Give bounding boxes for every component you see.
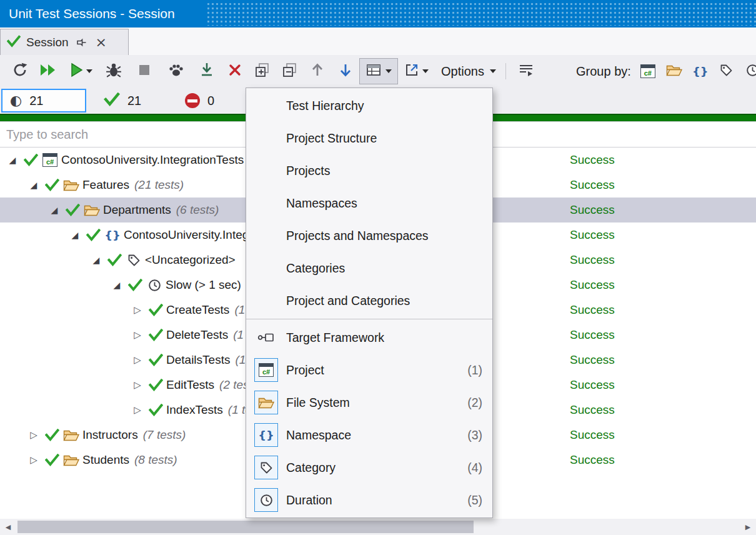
- node-label: EditTests: [166, 378, 214, 392]
- expander-collapsed-icon[interactable]: ▷: [25, 454, 42, 466]
- groupby-duration-button[interactable]: [741, 59, 756, 83]
- expander-collapsed-icon[interactable]: ▷: [25, 429, 42, 441]
- next-test-button[interactable]: [331, 59, 360, 84]
- category-tag-icon: [124, 254, 144, 267]
- node-count: (21 tests): [134, 178, 184, 192]
- menu-item-duration[interactable]: Duration (5): [246, 484, 492, 516]
- menu-item-projects-and-namespaces[interactable]: Projects and Namespaces: [246, 219, 492, 252]
- expander-collapsed-icon[interactable]: ▷: [129, 379, 146, 391]
- collapse-all-button[interactable]: [276, 59, 304, 84]
- menu-item-projects[interactable]: Projects: [246, 154, 492, 187]
- pin-icon[interactable]: [77, 38, 86, 48]
- expander-expanded-icon[interactable]: ◢: [87, 255, 105, 265]
- group-by-menu: Test Hierarchy Project Structure Project…: [246, 88, 493, 518]
- category-tag-icon: [720, 64, 733, 79]
- show-output-button[interactable]: [512, 59, 540, 84]
- node-count: (7 tests): [143, 428, 186, 442]
- expander-expanded-icon[interactable]: ◢: [46, 205, 63, 215]
- toolbar: Options Group by: c# {}: [0, 55, 756, 88]
- groupby-filesystem-button[interactable]: [662, 59, 686, 83]
- menu-item-project-and-categories[interactable]: Project and Categories: [246, 284, 492, 317]
- run-all-icon: [39, 62, 57, 80]
- debug-button[interactable]: [99, 59, 129, 84]
- node-count: (6 tests): [176, 203, 219, 217]
- status-success: Success: [570, 303, 615, 317]
- total-counter[interactable]: ◐ 21: [1, 89, 86, 112]
- success-check-icon: [84, 229, 102, 241]
- passed-counter[interactable]: 21: [104, 89, 141, 112]
- menu-item-namespace[interactable]: {} Namespace (3): [246, 419, 492, 451]
- menu-item-namespaces[interactable]: Namespaces: [246, 187, 492, 219]
- success-check-icon: [146, 354, 165, 366]
- expander-expanded-icon[interactable]: ◢: [108, 280, 126, 290]
- expander-expanded-icon[interactable]: ◢: [4, 155, 21, 165]
- expander-collapsed-icon[interactable]: ▷: [129, 404, 146, 416]
- node-label: CreateTests: [166, 303, 229, 317]
- stop-button[interactable]: [129, 59, 160, 84]
- expander-collapsed-icon[interactable]: ▷: [129, 329, 146, 341]
- append-tests-button[interactable]: [192, 59, 221, 84]
- tab-session[interactable]: Session ×: [0, 29, 129, 55]
- remove-tests-button[interactable]: [221, 59, 249, 84]
- export-button[interactable]: [397, 59, 435, 84]
- close-icon[interactable]: ×: [96, 36, 107, 49]
- node-label: Instructors: [82, 428, 138, 442]
- stop-icon: [138, 64, 151, 79]
- node-label: DetailsTests: [166, 353, 230, 367]
- menu-item-project[interactable]: c# Project (1): [246, 354, 492, 386]
- failed-counter[interactable]: 0: [185, 89, 214, 112]
- success-check-icon: [21, 154, 40, 166]
- menu-item-target-framework[interactable]: Target Framework: [246, 321, 492, 354]
- repeat-run-button[interactable]: [6, 59, 34, 84]
- titlebar-dots-pattern: [206, 2, 756, 26]
- failed-icon: [185, 93, 200, 108]
- success-check-icon: [146, 379, 165, 391]
- expand-all-button[interactable]: [249, 59, 276, 84]
- menu-item-test-hierarchy[interactable]: Test Hierarchy: [246, 89, 492, 122]
- expander-collapsed-icon[interactable]: ▷: [129, 354, 146, 366]
- success-check-icon: [63, 204, 82, 216]
- expander-expanded-icon[interactable]: ◢: [25, 180, 42, 190]
- run-button[interactable]: [62, 59, 99, 84]
- options-caret-icon[interactable]: [490, 69, 496, 73]
- groupby-namespace-button[interactable]: {}: [689, 59, 712, 83]
- unit-test-sessions-window: { "window": { "title": "Unit Test Sessio…: [0, 0, 756, 535]
- window-title: Unit Test Sessions - Session: [0, 6, 175, 21]
- group-by-caret-icon[interactable]: [385, 69, 392, 73]
- status-success: Success: [570, 403, 615, 417]
- expander-expanded-icon[interactable]: ◢: [66, 230, 84, 240]
- menu-item-categories[interactable]: Categories: [246, 252, 492, 284]
- paw-icon: [168, 62, 184, 80]
- node-label: Features: [82, 178, 129, 192]
- previous-test-button[interactable]: [304, 59, 331, 84]
- toolbar-separator: [505, 63, 506, 79]
- menu-icon-slot: [246, 391, 286, 414]
- options-button[interactable]: Options: [435, 59, 500, 84]
- success-check-icon: [42, 454, 61, 466]
- run-dropdown-caret-icon[interactable]: [86, 69, 92, 73]
- group-by-button[interactable]: [360, 59, 397, 84]
- menu-icon-slot: {}: [246, 423, 286, 447]
- groupby-project-button[interactable]: c#: [636, 59, 660, 83]
- options-label: Options: [441, 64, 484, 79]
- profile-button[interactable]: [160, 59, 192, 84]
- menu-item-label: Namespace: [286, 428, 351, 442]
- node-label: Students: [82, 453, 129, 467]
- collapse-all-icon: [282, 62, 297, 80]
- scroll-left-arrow[interactable]: ◀: [0, 519, 16, 535]
- status-success: Success: [570, 328, 615, 342]
- menu-item-file-system[interactable]: File System (2): [246, 386, 492, 419]
- expand-all-icon: [255, 62, 270, 80]
- scroll-right-arrow[interactable]: ▶: [740, 519, 756, 535]
- menu-item-project-structure[interactable]: Project Structure: [246, 122, 492, 154]
- node-label: IndexTests: [166, 403, 223, 417]
- scrollbar-thumb[interactable]: [17, 521, 474, 533]
- menu-item-category[interactable]: Category (4): [246, 451, 492, 484]
- export-caret-icon[interactable]: [422, 69, 429, 73]
- horizontal-scrollbar[interactable]: ◀ ▶: [0, 519, 756, 535]
- menu-item-label: Project and Categories: [286, 294, 410, 308]
- run-all-button[interactable]: [34, 59, 62, 84]
- groupby-category-button[interactable]: [715, 59, 739, 83]
- expander-collapsed-icon[interactable]: ▷: [129, 304, 146, 316]
- status-success: Success: [570, 253, 615, 267]
